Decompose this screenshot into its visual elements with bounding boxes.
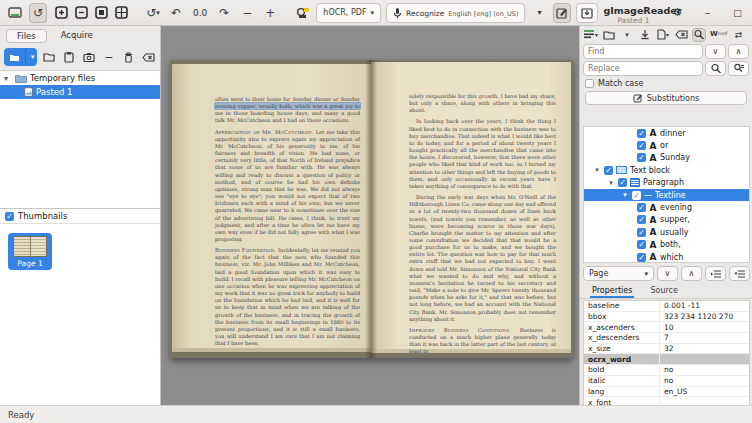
property-row[interactable]: bbox323 234 1120 270 [584, 312, 749, 323]
property-value[interactable]: no [660, 365, 749, 374]
screenshot-button[interactable] [82, 52, 97, 62]
tab-source[interactable]: Source [648, 284, 679, 298]
textline-checkbox[interactable]: ✓ [632, 191, 641, 200]
spin-increase-button[interactable]: + [261, 3, 279, 23]
tab-properties[interactable]: Properties [590, 284, 634, 298]
paste-button[interactable] [62, 51, 77, 63]
remove-source-button[interactable]: − [101, 51, 116, 64]
minimize-button[interactable]: – [698, 3, 716, 23]
zoom-best-fit-button[interactable] [92, 3, 110, 23]
tree-word-row[interactable]: ✓ASunday [584, 152, 749, 164]
rotate-ccw-button[interactable]: ↶ [167, 3, 185, 23]
word-checkbox[interactable]: ✓ [637, 129, 646, 138]
rotate-cw-button[interactable]: ↷ [215, 3, 233, 23]
property-row[interactable]: x_descenders7 [584, 333, 749, 344]
thumbnails-checkbox[interactable]: ✓ [5, 212, 14, 221]
next-item-button[interactable]: ∨ [657, 266, 678, 281]
word-checkbox[interactable]: ✓ [637, 215, 646, 224]
word-checkbox[interactable]: ✓ [637, 141, 646, 150]
open-options-chevron[interactable]: ▾ [620, 28, 634, 42]
recognize-button[interactable]: Recognize English [eng] (en_US) [386, 3, 525, 23]
replace-button[interactable] [705, 61, 726, 76]
rotate-mode-dropdown[interactable]: ↺ ▾ [144, 3, 162, 23]
replace-all-button[interactable] [728, 61, 749, 76]
tree-word-row[interactable]: ✓Aevening [584, 201, 749, 213]
find-replace-toggle[interactable] [692, 28, 706, 42]
substitutions-button[interactable]: Substitutions [585, 91, 747, 105]
property-value[interactable]: 0.001 -11 [660, 301, 749, 310]
spin-decrease-button[interactable]: − [238, 3, 256, 23]
expander-icon[interactable]: ▾ [4, 74, 12, 83]
property-value[interactable]: en_US [660, 387, 749, 396]
thumbnail-page-1[interactable]: Page 1 [8, 233, 52, 270]
collapse-all-button[interactable] [705, 266, 726, 281]
delete-source-button[interactable] [121, 52, 136, 63]
property-value[interactable]: 323 234 1120 270 [660, 312, 749, 321]
edit-mode-toggle[interactable] [553, 3, 571, 23]
property-row[interactable]: italicno [584, 376, 749, 387]
rotation-spinbox[interactable]: 0.0 [190, 8, 210, 18]
tree-word-row[interactable]: ✓Awhich [584, 251, 749, 263]
add-images-chevron[interactable]: ▾ [25, 48, 37, 66]
tree-word-row[interactable]: ✓Ausually [584, 226, 749, 238]
import-button[interactable] [638, 28, 652, 42]
document-canvas[interactable]: often went to their home for Sunday dinn… [161, 26, 579, 405]
tree-word-row[interactable]: ✓Adinner [584, 127, 749, 139]
tree-item-temporary-files[interactable]: ▾ Temporary files [0, 71, 160, 85]
maximize-button[interactable]: □ [728, 3, 746, 23]
page-combo[interactable]: Page ▾ [583, 266, 654, 281]
match-case-checkbox[interactable] [585, 79, 594, 88]
replace-input[interactable] [583, 61, 703, 76]
tree-word-row[interactable]: ✓Aboth, [584, 239, 749, 251]
find-input[interactable] [583, 44, 703, 59]
tree-block-row[interactable]: ▾✓Text block [584, 164, 749, 176]
property-row[interactable]: langen_US [584, 387, 749, 398]
selected-textline-highlight[interactable]: evening supper, usually both, which was … [215, 103, 360, 109]
find-prev-button[interactable]: ∧ [728, 44, 749, 59]
save-hocr-dropdown[interactable]: ▾ [656, 28, 670, 42]
recognize-language-chevron[interactable]: ▾ [530, 3, 548, 23]
save-button[interactable] [576, 3, 598, 23]
word-checkbox[interactable]: ✓ [637, 253, 646, 262]
expander-icon[interactable]: ▾ [607, 179, 615, 187]
property-value[interactable]: 10 [660, 323, 749, 332]
expander-icon[interactable]: ▾ [593, 166, 601, 174]
property-row[interactable]: x_size32 [584, 344, 749, 355]
rotate-page-button[interactable]: ↺ [29, 3, 47, 23]
find-next-button[interactable]: ∨ [705, 44, 726, 59]
zoom-out-button[interactable] [72, 3, 90, 23]
tree-paragraph-row[interactable]: ▾✓Paragraph [584, 177, 749, 189]
preview-toggle[interactable]: ⇄ [731, 28, 745, 42]
clear-sources-button[interactable] [141, 53, 156, 62]
word-checkbox[interactable]: ✓ [637, 228, 646, 237]
tree-word-row[interactable]: ✓Aor [584, 139, 749, 151]
word-confidence-toggle[interactable]: W conf [710, 28, 727, 42]
output-mode-dropdown[interactable]: hOCR, PDF ▾ [316, 3, 381, 23]
tree-word-row[interactable]: ✓Asupper, [584, 214, 749, 226]
property-value[interactable]: 32 [660, 344, 749, 353]
word-checkbox[interactable]: ✓ [637, 203, 646, 212]
open-hocr-button[interactable] [602, 28, 616, 42]
settings-gear-button[interactable]: ⚙ [668, 3, 686, 23]
open-folder-button[interactable] [42, 52, 57, 62]
image-controls-button[interactable] [293, 3, 311, 23]
word-checkbox[interactable]: ✓ [637, 240, 646, 249]
paragraph-checkbox[interactable]: ✓ [618, 178, 627, 187]
property-row[interactable]: x_ascenders10 [584, 322, 749, 333]
tab-acquire[interactable]: Acquire [51, 29, 103, 43]
block-checkbox[interactable]: ✓ [604, 166, 613, 175]
prev-item-button[interactable]: ∧ [681, 266, 702, 281]
tree-item-pasted[interactable]: Pasted 1 [0, 85, 160, 99]
add-images-split-button[interactable]: ▾ [4, 48, 37, 66]
expand-all-button[interactable] [729, 266, 750, 281]
property-row[interactable]: baseline0.001 -11 [584, 301, 749, 312]
zoom-original-size-button[interactable] [112, 3, 130, 23]
insert-mode-dropdown[interactable]: ▾ [583, 28, 598, 42]
property-value[interactable]: no [660, 376, 749, 385]
zoom-in-button[interactable] [52, 3, 70, 23]
expander-icon[interactable]: ▾ [621, 191, 629, 199]
property-row[interactable]: boldno [584, 365, 749, 376]
clear-output-button[interactable] [674, 28, 688, 42]
property-value[interactable]: 7 [660, 333, 749, 342]
tree-textline-row-selected[interactable]: ▾✓—Textline [584, 189, 749, 201]
